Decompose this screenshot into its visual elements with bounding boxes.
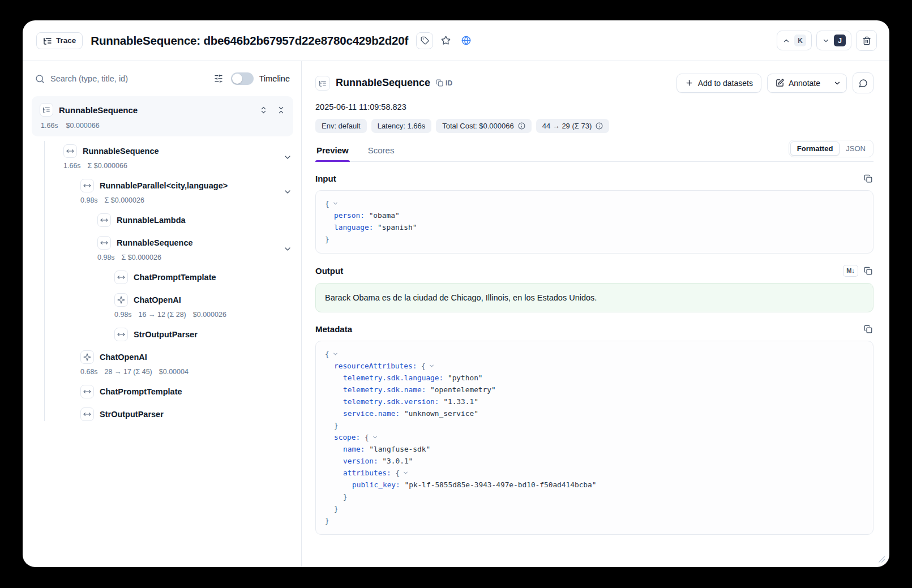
info-icon[interactable] [596, 122, 603, 130]
copy-icon [436, 79, 443, 87]
node-label: StrOutputParser [134, 330, 198, 339]
json-line: } [325, 515, 864, 527]
collapse-node-chevron-icon[interactable] [332, 351, 339, 357]
chevron-up-icon [782, 37, 790, 45]
copy-icon [864, 174, 872, 183]
star-icon [441, 36, 451, 45]
trace-tree-item[interactable]: RunnableLambda [23, 209, 301, 231]
search-input[interactable] [50, 74, 208, 83]
app-window: Trace RunnableSequence: dbe646b2b67957d2… [23, 20, 889, 567]
globe-icon [461, 36, 471, 45]
trace-cost: $0.000066 [66, 122, 100, 130]
prev-trace-button[interactable]: K [777, 31, 812, 50]
copy-metadata-button[interactable] [863, 324, 874, 334]
metric-badge: Total Cost: $0.000066 [436, 119, 531, 133]
trace-type-badge[interactable]: Trace [36, 32, 83, 49]
span-icon [97, 236, 111, 250]
toggle-knob [232, 74, 242, 84]
format-toggle-json[interactable]: JSON [840, 142, 872, 155]
metadata-section-title: Metadata [315, 324, 352, 334]
tag-icon [421, 36, 429, 45]
json-line: { [325, 349, 864, 360]
comments-button[interactable] [853, 72, 874, 93]
list-tree-icon [43, 36, 52, 45]
metadata-section-header: Metadata [315, 324, 874, 334]
bookmark-button[interactable] [438, 33, 453, 49]
tag-button[interactable] [416, 32, 433, 49]
metric-badge: Latency: 1.66s [371, 119, 432, 133]
trace-duration: 1.66s [41, 122, 58, 130]
public-share-button[interactable] [458, 33, 474, 49]
copy-id-button[interactable]: ID [436, 79, 452, 87]
span-icon [114, 271, 128, 284]
trash-icon [862, 36, 871, 45]
trace-tree-item[interactable]: RunnableSequence1.66sΣ $0.000066 [23, 140, 301, 174]
timeline-label: Timeline [259, 74, 290, 83]
collapse-node-chevron-icon[interactable] [332, 200, 339, 207]
json-line: attributes: { [325, 467, 864, 479]
span-icon [114, 328, 128, 341]
collapse-all-button[interactable] [276, 105, 286, 115]
json-line: } [325, 420, 864, 432]
generation-icon [80, 350, 94, 364]
copy-icon [864, 267, 872, 275]
tree-scroll-area[interactable]: RunnableSequence1.66sΣ $0.000066Runnable… [23, 136, 301, 567]
chevron-down-icon [833, 79, 841, 87]
trace-tree-item[interactable]: RunnableParallel<city,language>0.98sΣ $0… [23, 174, 301, 209]
timeline-toggle[interactable] [231, 72, 254, 85]
trace-tree-item[interactable]: ChatPromptTemplate [23, 380, 301, 403]
filter-button[interactable] [214, 74, 223, 83]
node-meta: 0.98s16 → 12 (Σ 28)$0.000026 [114, 311, 226, 319]
json-line: person: "obama" [325, 210, 864, 222]
expand-all-button[interactable] [258, 105, 269, 115]
tab-preview[interactable]: Preview [315, 140, 350, 161]
json-line: telemetry.sdk.name: "opentelemetry" [325, 384, 864, 396]
format-toggle-formatted[interactable]: Formatted [790, 141, 840, 156]
shortcut-key-k: K [794, 35, 806, 46]
collapse-node-chevron-icon[interactable] [403, 470, 409, 476]
chevron-down-icon[interactable] [283, 153, 292, 162]
tab-scores[interactable]: Scores [367, 140, 396, 161]
input-section-header: Input [315, 173, 874, 184]
trace-header-actions: K J [777, 30, 877, 51]
trace-root-item[interactable]: RunnableSequence [32, 96, 293, 136]
tree-search-row: Timeline [23, 61, 301, 92]
delete-trace-button[interactable] [856, 30, 877, 51]
info-icon[interactable] [518, 122, 525, 130]
trace-tree-item[interactable]: ChatOpenAI0.98s16 → 12 (Σ 28)$0.000026 [23, 289, 301, 323]
next-trace-button[interactable]: J [816, 31, 851, 50]
search-icon [35, 74, 45, 84]
annotate-split-button: Annotate [767, 74, 847, 93]
copy-input-button[interactable] [863, 173, 874, 184]
trace-root-label: RunnableSequence [59, 105, 138, 115]
detail-scroll-area[interactable]: RunnableSequence ID [302, 61, 889, 567]
trace-tree-item[interactable]: ChatOpenAI0.68s28 → 17 (Σ 45)$0.00004 [23, 346, 301, 380]
copy-output-button[interactable] [863, 265, 874, 276]
add-to-datasets-button[interactable]: Add to datasets [676, 74, 761, 93]
node-label: RunnableParallel<city,language> [100, 181, 228, 190]
markdown-toggle-button[interactable]: M↓ [843, 265, 858, 277]
collapse-node-chevron-icon[interactable] [429, 363, 435, 369]
json-line: resourceAttributes: { [325, 360, 864, 372]
trace-tree-items: RunnableSequence1.66sΣ $0.000066Runnable… [23, 140, 301, 426]
badge-row: Env: defaultLatency: 1.66sTotal Cost: $0… [315, 119, 874, 133]
json-line: version: "3.0.1" [325, 456, 864, 467]
resize-handle[interactable] [878, 556, 885, 563]
detail-tabs: Preview Scores Formatted JSON [315, 140, 874, 162]
collapse-node-chevron-icon[interactable] [372, 434, 378, 440]
chevron-down-icon[interactable] [283, 244, 292, 254]
trace-tree-item[interactable]: RunnableSequence0.98sΣ $0.000026 [23, 231, 301, 266]
chevron-down-icon[interactable] [283, 187, 292, 196]
trace-tree-item[interactable]: StrOutputParser [23, 403, 301, 426]
trace-tree-item[interactable]: StrOutputParser [23, 323, 301, 346]
node-label: ChatOpenAI [134, 295, 181, 304]
trace-tree-item[interactable]: ChatPromptTemplate [23, 266, 301, 289]
shortcut-key-j: J [834, 35, 846, 46]
annotate-dropdown-button[interactable] [828, 74, 847, 93]
node-meta: 0.98sΣ $0.000026 [97, 254, 193, 261]
list-tree-icon [40, 103, 53, 117]
json-line: scope: { [325, 432, 864, 444]
json-line: } [325, 491, 864, 503]
annotate-button[interactable]: Annotate [767, 74, 829, 93]
span-icon [80, 407, 94, 421]
